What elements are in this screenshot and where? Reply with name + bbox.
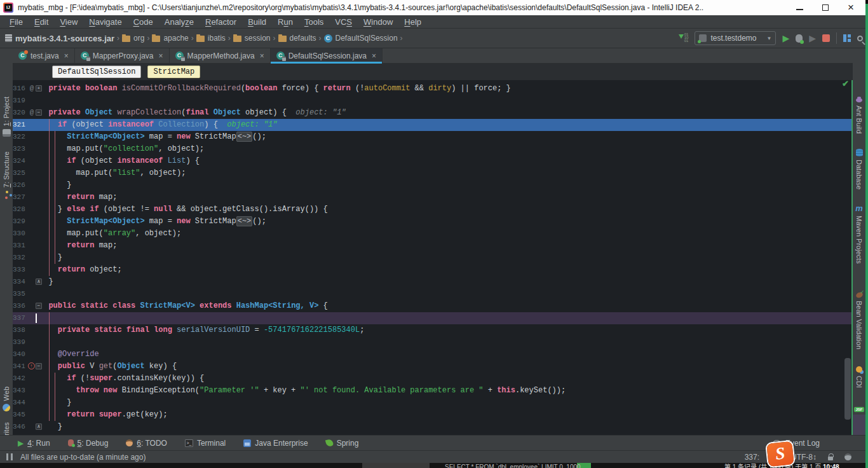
maximize-button[interactable] xyxy=(822,4,829,11)
menu-item-analyze[interactable]: Analyze xyxy=(159,17,200,27)
code-line-343[interactable]: 343 throw new BindingException("Paramete… xyxy=(13,385,853,397)
tool-window-button-CDI[interactable]: CDI xyxy=(853,366,865,388)
code-line-323[interactable]: 323 map.put("collection", object); xyxy=(13,143,853,155)
code-line-331[interactable]: 331 return map; xyxy=(13,240,853,252)
editor-tab-DefaultSqlSession.java[interactable]: CDefaultSqlSession.java× xyxy=(271,48,383,63)
code-line-325[interactable]: 325 map.put("list", object); xyxy=(13,167,853,179)
editor-tab-MapperMethod.java[interactable]: CMapperMethod.java× xyxy=(170,48,271,63)
hector-inspector-icon[interactable] xyxy=(844,453,851,460)
menu-item-navigate[interactable]: Navigate xyxy=(83,17,127,27)
stop-button[interactable] xyxy=(822,34,830,42)
code-line-328[interactable]: 328 } else if (object != null && object.… xyxy=(13,203,853,216)
tool-window-button-Spring[interactable]: Spring xyxy=(326,439,359,448)
lock-icon[interactable] xyxy=(828,457,833,460)
breadcrumb-item[interactable]: defaults xyxy=(278,34,316,43)
code-line-324[interactable]: 324 if (object instanceof List) { xyxy=(13,155,853,167)
breadcrumb-item[interactable]: session xyxy=(233,34,271,43)
minimize-button[interactable] xyxy=(796,9,803,10)
code-line-319[interactable]: 319 xyxy=(13,95,853,107)
fold-marker-icon[interactable]: + xyxy=(36,85,42,92)
tool-window-button-Ant Build[interactable]: Ant Build xyxy=(853,98,865,134)
run-configuration-select[interactable]: test.testdemo ▼ xyxy=(695,31,776,45)
code-line-335[interactable]: 335 xyxy=(13,288,853,300)
fold-marker-icon[interactable]: − xyxy=(36,303,42,309)
tool-window-button-Database[interactable]: Database xyxy=(853,149,865,189)
breadcrumb-item[interactable]: CDefaultSqlSession xyxy=(324,34,398,43)
menu-item-edit[interactable]: Edit xyxy=(29,17,54,27)
tool-window-button-Java Enterprise[interactable]: Java Enterprise xyxy=(243,439,308,448)
caret-position[interactable]: 337: xyxy=(745,453,759,462)
menu-item-window[interactable]: Window xyxy=(358,17,398,27)
editor-tab-MapperProxy.java[interactable]: CMapperProxy.java× xyxy=(75,48,170,63)
fold-marker-icon[interactable]: ∧ xyxy=(36,279,42,285)
menu-item-code[interactable]: Code xyxy=(128,17,159,27)
code-line-327[interactable]: 327 return map; xyxy=(13,191,853,203)
menu-item-help[interactable]: Help xyxy=(398,17,427,27)
code-line-332[interactable]: 332 } xyxy=(13,252,853,264)
code-line-333[interactable]: 333 return object; xyxy=(13,264,853,276)
tool-window-button-7: Structure[interactable]: 7: Structure xyxy=(0,151,13,198)
code-line-326[interactable]: 326 } xyxy=(13,179,853,191)
tool-window-button-Web[interactable]: Web xyxy=(0,387,13,411)
close-tab-icon[interactable]: × xyxy=(159,52,163,60)
tool-window-button-4: Run[interactable]: ▶4: Run xyxy=(18,439,50,448)
structure-chip-DefaultSqlSession[interactable]: DefaultSqlSession xyxy=(52,65,141,78)
run-with-coverage-button[interactable]: ▶ xyxy=(809,34,816,43)
code-line-342[interactable]: 342 if (!super.containsKey(key)) { xyxy=(13,373,853,385)
menu-item-refactor[interactable]: Refactor xyxy=(200,17,242,27)
annotation-gutter-icon[interactable]: @ xyxy=(28,107,36,119)
run-button[interactable]: ▶ xyxy=(782,34,789,43)
tool-window-button-6: TODO[interactable]: 6: TODO xyxy=(126,439,167,448)
code-line-316[interactable]: 316@+ private boolean isCommitOrRollback… xyxy=(13,83,853,95)
bytecode-order-icon[interactable]: 011001 xyxy=(678,33,688,43)
code-line-340[interactable]: 340 @Override xyxy=(13,348,853,361)
tool-windows-icon[interactable] xyxy=(843,34,851,42)
code-line-334[interactable]: 334∧ } xyxy=(13,276,853,288)
code-line-329[interactable]: 329 StrictMap<Object> map = new StrictMa… xyxy=(13,216,853,228)
tool-window-button-1: Project[interactable]: 1: Project xyxy=(0,97,13,137)
code-line-336[interactable]: 336− public static class StrictMap<V> ex… xyxy=(13,300,853,312)
editor[interactable]: DefaultSqlSessionStrictMap 316@+ private… xyxy=(13,64,853,435)
status-message[interactable]: All files are up-to-date (a minute ago) xyxy=(20,453,146,462)
close-tab-icon[interactable]: × xyxy=(260,52,264,60)
breadcrumb-item[interactable]: ibatis xyxy=(196,34,226,43)
breadcrumb-item[interactable]: apache xyxy=(152,34,188,43)
debug-button[interactable] xyxy=(796,34,803,43)
code-line-339[interactable]: 339 xyxy=(13,336,853,348)
code-line-346[interactable]: 346∧ } xyxy=(13,421,853,433)
code-line-344[interactable]: 344 } xyxy=(13,397,853,409)
breadcrumb-item[interactable]: org xyxy=(122,34,144,43)
overriding-method-icon[interactable]: ↑ xyxy=(28,362,35,369)
file-encoding[interactable]: UTF-8↕ xyxy=(791,453,817,462)
code-line-321[interactable]: 321 if (object instanceof Collection) { … xyxy=(13,119,853,131)
fold-marker-icon[interactable]: ∧ xyxy=(36,423,42,430)
tool-window-button-Bean Validation[interactable]: Bean Validation xyxy=(853,292,865,349)
close-tab-icon[interactable]: × xyxy=(64,52,69,60)
close-button[interactable]: × xyxy=(848,3,854,12)
tool-window-button-5: Debug[interactable]: 5: Debug xyxy=(68,439,109,448)
annotation-gutter-icon[interactable]: @ xyxy=(28,83,36,95)
menu-item-file[interactable]: File xyxy=(4,17,29,27)
structure-chip-StrictMap[interactable]: StrictMap xyxy=(147,65,200,78)
menu-item-tools[interactable]: Tools xyxy=(299,17,329,27)
fold-marker-icon[interactable]: − xyxy=(36,109,42,116)
inspections-ok-icon[interactable]: ✔ xyxy=(842,79,849,88)
code-line-341[interactable]: 341↑− public V get(Object key) { xyxy=(13,361,853,373)
code-line-322[interactable]: 322 StrictMap<Object> map = new StrictMa… xyxy=(13,131,853,143)
code-line-320[interactable]: 320@− private Object wrapCollection(fina… xyxy=(13,107,853,119)
code-line-345[interactable]: 345 return super.get(key); xyxy=(13,409,853,421)
code-line-338[interactable]: 338 private static final long serialVers… xyxy=(13,324,853,336)
menu-item-vcs[interactable]: VCS xyxy=(329,17,358,27)
toggle-toolwindows-icon[interactable] xyxy=(6,453,13,460)
code-line-330[interactable]: 330 map.put("array", object); xyxy=(13,228,853,240)
breadcrumb-item[interactable]: mybatis-3.4.1-sources.jar xyxy=(5,34,114,43)
search-everywhere-icon[interactable] xyxy=(857,36,863,41)
tool-window-button-Terminal[interactable]: >_Terminal xyxy=(185,439,226,448)
code-line-337[interactable]: 337 xyxy=(13,312,853,324)
fold-marker-icon[interactable]: − xyxy=(36,363,42,369)
menu-item-build[interactable]: Build xyxy=(242,17,272,27)
editor-tab-test.java[interactable]: Ctest.java× xyxy=(13,48,75,63)
editor-scrollbar[interactable] xyxy=(844,358,851,420)
menu-item-run[interactable]: Run xyxy=(272,17,299,27)
menu-item-view[interactable]: View xyxy=(54,17,83,27)
